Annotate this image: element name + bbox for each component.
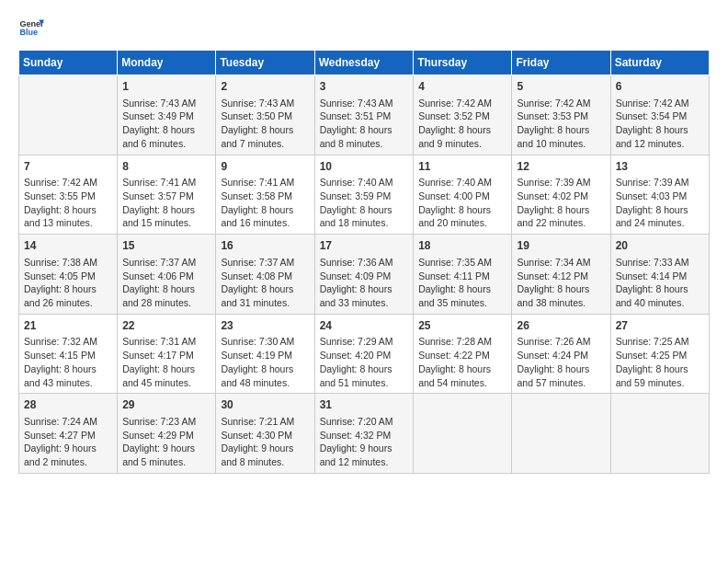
day-number: 6: [616, 79, 704, 95]
calendar-cell: 23Sunrise: 7:30 AMSunset: 4:19 PMDayligh…: [216, 314, 314, 394]
day-content: Sunrise: 7:43 AMSunset: 3:50 PMDaylight:…: [221, 97, 309, 151]
day-number: 24: [320, 318, 409, 334]
calendar-cell: 12Sunrise: 7:39 AMSunset: 4:02 PMDayligh…: [512, 155, 610, 235]
header-cell-tuesday: Tuesday: [216, 51, 314, 75]
calendar-cell: 8Sunrise: 7:41 AMSunset: 3:57 PMDaylight…: [118, 155, 216, 235]
header-cell-saturday: Saturday: [610, 51, 709, 75]
day-content: Sunrise: 7:28 AMSunset: 4:22 PMDaylight:…: [418, 335, 506, 389]
day-content: Sunrise: 7:20 AMSunset: 4:32 PMDaylight:…: [320, 415, 409, 469]
day-content: Sunrise: 7:42 AMSunset: 3:52 PMDaylight:…: [418, 97, 506, 151]
header-cell-friday: Friday: [512, 51, 610, 75]
day-number: 1: [122, 79, 210, 95]
day-number: 16: [221, 238, 309, 254]
day-number: 7: [24, 159, 112, 175]
day-number: 3: [320, 79, 409, 95]
day-number: 20: [616, 238, 704, 254]
day-content: Sunrise: 7:29 AMSunset: 4:20 PMDaylight:…: [320, 335, 409, 389]
day-content: Sunrise: 7:21 AMSunset: 4:30 PMDaylight:…: [221, 415, 309, 469]
day-content: Sunrise: 7:36 AMSunset: 4:09 PMDaylight:…: [320, 256, 409, 310]
calendar-cell: 18Sunrise: 7:35 AMSunset: 4:11 PMDayligh…: [414, 235, 512, 315]
header-cell-wednesday: Wednesday: [314, 51, 414, 75]
header-cell-sunday: Sunday: [19, 51, 118, 75]
day-number: 30: [221, 397, 309, 413]
day-number: 12: [517, 159, 605, 175]
calendar-table: SundayMondayTuesdayWednesdayThursdayFrid…: [18, 50, 710, 474]
day-number: 14: [24, 238, 112, 254]
calendar-cell: 7Sunrise: 7:42 AMSunset: 3:55 PMDaylight…: [19, 155, 118, 235]
svg-text:Blue: Blue: [19, 28, 38, 37]
day-number: 31: [320, 397, 409, 413]
day-number: 13: [616, 159, 704, 175]
logo-icon: General Blue: [18, 15, 44, 40]
day-content: Sunrise: 7:38 AMSunset: 4:05 PMDaylight:…: [24, 256, 112, 310]
day-content: Sunrise: 7:23 AMSunset: 4:29 PMDaylight:…: [122, 415, 210, 469]
week-row-2: 7Sunrise: 7:42 AMSunset: 3:55 PMDaylight…: [19, 155, 710, 235]
day-number: 27: [616, 318, 704, 334]
day-number: 21: [24, 318, 112, 334]
calendar-cell: 9Sunrise: 7:41 AMSunset: 3:58 PMDaylight…: [216, 155, 314, 235]
calendar-cell: 6Sunrise: 7:42 AMSunset: 3:54 PMDaylight…: [610, 75, 709, 155]
calendar-cell: [512, 394, 610, 474]
day-content: Sunrise: 7:41 AMSunset: 3:57 PMDaylight:…: [122, 176, 210, 230]
day-content: Sunrise: 7:26 AMSunset: 4:24 PMDaylight:…: [517, 335, 605, 389]
day-content: Sunrise: 7:39 AMSunset: 4:03 PMDaylight:…: [616, 176, 704, 230]
logo: General Blue: [18, 15, 48, 40]
week-row-3: 14Sunrise: 7:38 AMSunset: 4:05 PMDayligh…: [19, 235, 710, 315]
day-content: Sunrise: 7:39 AMSunset: 4:02 PMDaylight:…: [517, 176, 605, 230]
day-number: 9: [221, 159, 309, 175]
day-content: Sunrise: 7:32 AMSunset: 4:15 PMDaylight:…: [24, 335, 112, 389]
day-number: 10: [320, 159, 409, 175]
calendar-cell: 10Sunrise: 7:40 AMSunset: 3:59 PMDayligh…: [314, 155, 414, 235]
day-number: 5: [517, 79, 605, 95]
header-cell-monday: Monday: [118, 51, 216, 75]
day-number: 18: [418, 238, 506, 254]
calendar-cell: [610, 394, 709, 474]
calendar-cell: 16Sunrise: 7:37 AMSunset: 4:08 PMDayligh…: [216, 235, 314, 315]
day-number: 11: [418, 159, 506, 175]
calendar-cell: 17Sunrise: 7:36 AMSunset: 4:09 PMDayligh…: [314, 235, 414, 315]
day-content: Sunrise: 7:42 AMSunset: 3:55 PMDaylight:…: [24, 176, 112, 230]
day-number: 29: [122, 397, 210, 413]
day-number: 15: [122, 238, 210, 254]
calendar-cell: 30Sunrise: 7:21 AMSunset: 4:30 PMDayligh…: [216, 394, 314, 474]
calendar-cell: 1Sunrise: 7:43 AMSunset: 3:49 PMDaylight…: [118, 75, 216, 155]
day-number: 17: [320, 238, 409, 254]
calendar-cell: 2Sunrise: 7:43 AMSunset: 3:50 PMDaylight…: [216, 75, 314, 155]
day-content: Sunrise: 7:41 AMSunset: 3:58 PMDaylight:…: [221, 176, 309, 230]
day-number: 2: [221, 79, 309, 95]
day-number: 8: [122, 159, 210, 175]
day-content: Sunrise: 7:33 AMSunset: 4:14 PMDaylight:…: [616, 256, 704, 310]
day-content: Sunrise: 7:43 AMSunset: 3:51 PMDaylight:…: [320, 97, 409, 151]
day-content: Sunrise: 7:30 AMSunset: 4:19 PMDaylight:…: [221, 335, 309, 389]
calendar-cell: 20Sunrise: 7:33 AMSunset: 4:14 PMDayligh…: [610, 235, 709, 315]
calendar-cell: [19, 75, 118, 155]
day-content: Sunrise: 7:31 AMSunset: 4:17 PMDaylight:…: [122, 335, 210, 389]
day-number: 28: [24, 397, 112, 413]
header-row: SundayMondayTuesdayWednesdayThursdayFrid…: [19, 51, 710, 75]
calendar-cell: 19Sunrise: 7:34 AMSunset: 4:12 PMDayligh…: [512, 235, 610, 315]
calendar-cell: 15Sunrise: 7:37 AMSunset: 4:06 PMDayligh…: [118, 235, 216, 315]
day-number: 23: [221, 318, 309, 334]
day-content: Sunrise: 7:37 AMSunset: 4:06 PMDaylight:…: [122, 256, 210, 310]
day-number: 4: [418, 79, 506, 95]
calendar-cell: 3Sunrise: 7:43 AMSunset: 3:51 PMDaylight…: [314, 75, 414, 155]
day-number: 19: [517, 238, 605, 254]
calendar-cell: 27Sunrise: 7:25 AMSunset: 4:25 PMDayligh…: [610, 314, 709, 394]
day-content: Sunrise: 7:40 AMSunset: 4:00 PMDaylight:…: [418, 176, 506, 230]
calendar-cell: 28Sunrise: 7:24 AMSunset: 4:27 PMDayligh…: [19, 394, 118, 474]
day-content: Sunrise: 7:37 AMSunset: 4:08 PMDaylight:…: [221, 256, 309, 310]
calendar-cell: 4Sunrise: 7:42 AMSunset: 3:52 PMDaylight…: [414, 75, 512, 155]
week-row-1: 1Sunrise: 7:43 AMSunset: 3:49 PMDaylight…: [19, 75, 710, 155]
calendar-cell: 29Sunrise: 7:23 AMSunset: 4:29 PMDayligh…: [118, 394, 216, 474]
calendar-cell: 13Sunrise: 7:39 AMSunset: 4:03 PMDayligh…: [610, 155, 709, 235]
day-content: Sunrise: 7:35 AMSunset: 4:11 PMDaylight:…: [418, 256, 506, 310]
day-content: Sunrise: 7:40 AMSunset: 3:59 PMDaylight:…: [320, 176, 409, 230]
day-number: 26: [517, 318, 605, 334]
day-content: Sunrise: 7:25 AMSunset: 4:25 PMDaylight:…: [616, 335, 704, 389]
day-content: Sunrise: 7:43 AMSunset: 3:49 PMDaylight:…: [122, 97, 210, 151]
calendar-cell: 24Sunrise: 7:29 AMSunset: 4:20 PMDayligh…: [314, 314, 414, 394]
week-row-5: 28Sunrise: 7:24 AMSunset: 4:27 PMDayligh…: [19, 394, 710, 474]
header: General Blue: [18, 15, 710, 40]
day-number: 22: [122, 318, 210, 334]
calendar-cell: 25Sunrise: 7:28 AMSunset: 4:22 PMDayligh…: [414, 314, 512, 394]
